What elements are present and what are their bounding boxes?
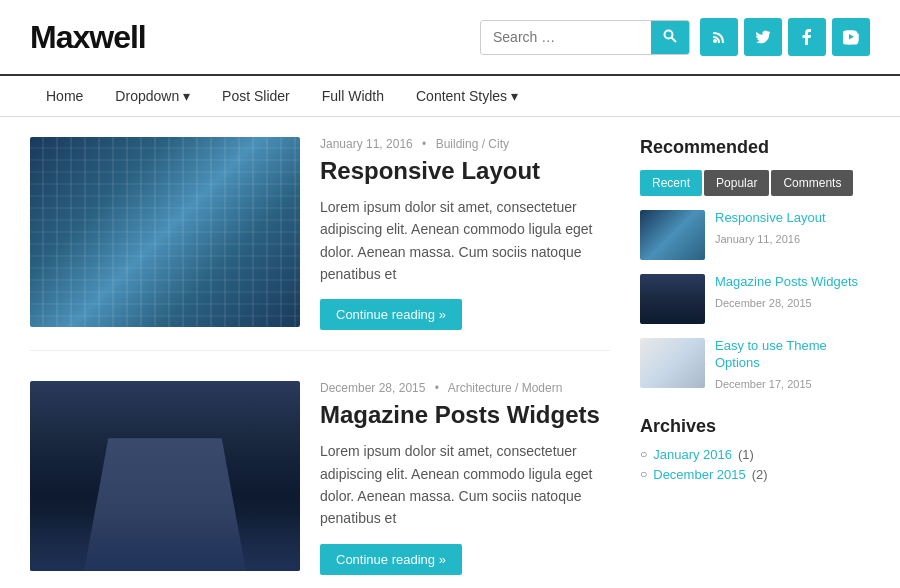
recommended-tabs: Recent Popular Comments xyxy=(640,170,870,196)
post-2-date: December 28, 2015 xyxy=(320,381,425,395)
post-1-title: Responsive Layout xyxy=(320,157,610,186)
recent-date-3: December 17, 2015 xyxy=(715,378,812,390)
archive-bullet-2: ○ xyxy=(640,467,647,481)
search-box xyxy=(480,20,690,55)
post-2-thumbnail xyxy=(30,381,300,571)
post-1-excerpt: Lorem ipsum dolor sit amet, consectetuer… xyxy=(320,196,610,286)
recent-thumb-white-3 xyxy=(640,338,705,388)
recent-thumb-3 xyxy=(640,338,705,388)
search-button[interactable] xyxy=(651,21,689,54)
svg-point-2 xyxy=(713,39,717,43)
recent-info-1: Responsive Layout January 11, 2016 xyxy=(715,210,826,246)
post-2-continue-btn[interactable]: Continue reading » xyxy=(320,544,462,575)
post-2-excerpt: Lorem ipsum dolor sit amet, consectetuer… xyxy=(320,440,610,530)
meta-bullet-2: • xyxy=(435,381,439,395)
nav-link-full-width[interactable]: Full Width xyxy=(306,76,400,116)
content-area: January 11, 2016 • Building / City Respo… xyxy=(30,137,610,588)
archive-item-1: ○ January 2016 (1) xyxy=(640,447,870,462)
search-icon xyxy=(663,29,677,43)
search-input[interactable] xyxy=(481,21,651,53)
meta-bullet: • xyxy=(422,137,426,151)
recent-title-1[interactable]: Responsive Layout xyxy=(715,210,826,227)
nav-bar: Home Dropdown ▾ Post Slider Full Width C… xyxy=(0,74,900,117)
nav-item-full-width[interactable]: Full Width xyxy=(306,76,400,116)
recent-post-3: Easy to use Theme Options December 17, 2… xyxy=(640,338,870,391)
svg-point-0 xyxy=(665,30,673,38)
archive-item-2: ○ December 2015 (2) xyxy=(640,467,870,482)
recent-thumb-1 xyxy=(640,210,705,260)
nav-item-dropdown[interactable]: Dropdown ▾ xyxy=(99,76,206,116)
post-1: January 11, 2016 • Building / City Respo… xyxy=(30,137,610,351)
nav-link-content-styles[interactable]: Content Styles ▾ xyxy=(400,76,534,116)
archive-link-2[interactable]: December 2015 xyxy=(653,467,746,482)
nav-link-post-slider[interactable]: Post Slider xyxy=(206,76,306,116)
twitter-icon[interactable] xyxy=(744,18,782,56)
recent-thumb-2 xyxy=(640,274,705,324)
header-right xyxy=(480,18,870,56)
site-title: Maxwell xyxy=(30,19,146,56)
recommended-section: Recommended Recent Popular Comments Resp… xyxy=(640,137,870,391)
svg-line-1 xyxy=(672,37,677,42)
tab-recent[interactable]: Recent xyxy=(640,170,702,196)
rss-icon[interactable] xyxy=(700,18,738,56)
post-1-meta: January 11, 2016 • Building / City xyxy=(320,137,610,151)
site-header: Maxwell xyxy=(0,0,900,74)
archive-bullet-1: ○ xyxy=(640,447,647,461)
post-1-date: January 11, 2016 xyxy=(320,137,413,151)
nav-item-content-styles[interactable]: Content Styles ▾ xyxy=(400,76,534,116)
post-2-category[interactable]: Architecture / Modern xyxy=(448,381,563,395)
tab-popular[interactable]: Popular xyxy=(704,170,769,196)
recommended-heading: Recommended xyxy=(640,137,870,158)
nav-link-home[interactable]: Home xyxy=(30,76,99,116)
recent-post-2: Magazine Posts Widgets December 28, 2015 xyxy=(640,274,870,324)
recent-date-2: December 28, 2015 xyxy=(715,297,812,309)
main-container: January 11, 2016 • Building / City Respo… xyxy=(0,117,900,588)
facebook-icon[interactable] xyxy=(788,18,826,56)
recent-title-2[interactable]: Magazine Posts Widgets xyxy=(715,274,858,291)
sidebar: Recommended Recent Popular Comments Resp… xyxy=(640,137,870,588)
nav-link-dropdown[interactable]: Dropdown ▾ xyxy=(99,76,206,116)
post-2-meta: December 28, 2015 • Architecture / Moder… xyxy=(320,381,610,395)
post-2-body: December 28, 2015 • Architecture / Moder… xyxy=(320,381,610,574)
post-1-continue-btn[interactable]: Continue reading » xyxy=(320,299,462,330)
nav-item-post-slider[interactable]: Post Slider xyxy=(206,76,306,116)
recent-thumb-city-2 xyxy=(640,274,705,324)
youtube-icon[interactable] xyxy=(832,18,870,56)
post-2-title: Magazine Posts Widgets xyxy=(320,401,610,430)
recent-title-3[interactable]: Easy to use Theme Options xyxy=(715,338,870,372)
archives-heading: Archives xyxy=(640,416,870,437)
post-2: December 28, 2015 • Architecture / Moder… xyxy=(30,381,610,588)
recent-date-1: January 11, 2016 xyxy=(715,233,800,245)
archive-count-1: (1) xyxy=(738,447,754,462)
nav-item-home[interactable]: Home xyxy=(30,76,99,116)
post-1-thumbnail xyxy=(30,137,300,327)
social-icons xyxy=(700,18,870,56)
post-1-category[interactable]: Building / City xyxy=(436,137,509,151)
archive-count-2: (2) xyxy=(752,467,768,482)
archive-link-1[interactable]: January 2016 xyxy=(653,447,732,462)
recent-info-3: Easy to use Theme Options December 17, 2… xyxy=(715,338,870,391)
recent-thumb-building-1 xyxy=(640,210,705,260)
archives-section: Archives ○ January 2016 (1) ○ December 2… xyxy=(640,416,870,482)
recent-post-1: Responsive Layout January 11, 2016 xyxy=(640,210,870,260)
tab-comments[interactable]: Comments xyxy=(771,170,853,196)
recent-info-2: Magazine Posts Widgets December 28, 2015 xyxy=(715,274,858,310)
post-1-body: January 11, 2016 • Building / City Respo… xyxy=(320,137,610,330)
